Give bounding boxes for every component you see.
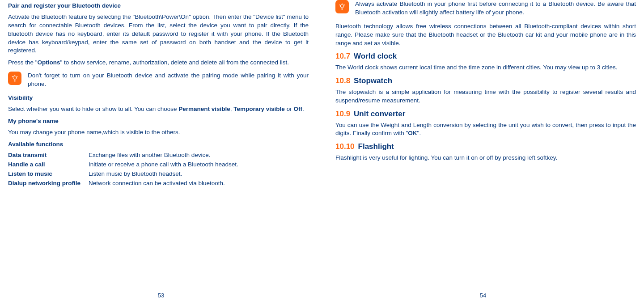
list-item: Handle a call Initiate or receive a phon… bbox=[8, 161, 309, 169]
page-left: Pair and register your Bluetooth device … bbox=[0, 0, 322, 305]
function-desc: Network connection can be activated via … bbox=[89, 179, 309, 188]
section-title: Unit converter bbox=[354, 110, 405, 118]
paragraph: You may change your phone name,which is … bbox=[8, 128, 309, 137]
function-desc: Exchange files with another Bluetooth de… bbox=[89, 151, 309, 160]
note-text: Always activate Bluetooth in your phone … bbox=[355, 0, 636, 17]
note-callout: Always activate Bluetooth in your phone … bbox=[335, 0, 636, 17]
paragraph: The stopwatch is a simple application fo… bbox=[335, 88, 636, 105]
function-label: Handle a call bbox=[8, 161, 89, 169]
text: Temporary visible bbox=[233, 106, 285, 112]
list-item: Dialup networking profile Network connec… bbox=[8, 179, 309, 188]
section-heading-stopwatch: 10.8Stopwatch bbox=[335, 76, 636, 86]
text: Off bbox=[293, 106, 302, 112]
options-label: Options bbox=[38, 59, 60, 66]
function-desc: Listen music by Bluetooth headset. bbox=[89, 170, 309, 178]
tip-icon bbox=[335, 0, 349, 13]
text: . bbox=[302, 106, 304, 112]
section-title: Stopwatch bbox=[354, 76, 392, 85]
function-label: Data transmit bbox=[8, 151, 89, 160]
tip-icon bbox=[8, 72, 21, 85]
page-number: 53 bbox=[0, 292, 322, 300]
section-title: Flashlight bbox=[358, 142, 394, 151]
text: " to show service, rename, authorization… bbox=[60, 59, 289, 66]
note-callout: Don't forget to turn on your Bluetooth d… bbox=[8, 72, 309, 89]
section-number: 10.8 bbox=[335, 76, 350, 85]
list-item: Listen to music Listen music by Bluetoot… bbox=[8, 170, 309, 178]
heading-available-functions: Available functions bbox=[8, 140, 309, 149]
section-heading-flashlight: 10.10Flashlight bbox=[335, 141, 636, 152]
section-heading-world-clock: 10.7World clock bbox=[335, 51, 636, 62]
page-number: 54 bbox=[322, 292, 644, 300]
paragraph: Flashlight is very useful for lighting. … bbox=[335, 154, 636, 162]
text: ". bbox=[417, 130, 421, 136]
heading-phone-name: My phone's name bbox=[8, 117, 309, 126]
svg-point-0 bbox=[13, 76, 17, 80]
paragraph: Activate the Bluetooth feature by select… bbox=[8, 13, 309, 55]
functions-list: Data transmit Exchange files with anothe… bbox=[8, 151, 309, 188]
text: You can use the Weight and Length conver… bbox=[335, 122, 636, 137]
text: or bbox=[285, 106, 294, 112]
page-right: Always activate Bluetooth in your phone … bbox=[322, 0, 644, 305]
section-number: 10.9 bbox=[335, 110, 350, 118]
function-label: Dialup networking profile bbox=[8, 179, 89, 188]
list-item: Data transmit Exchange files with anothe… bbox=[8, 151, 309, 160]
function-desc: Initiate or receive a phone call with a … bbox=[89, 161, 309, 169]
paragraph: The World clock shows current local time… bbox=[335, 64, 636, 72]
text: OK bbox=[408, 130, 417, 136]
function-label: Listen to music bbox=[8, 170, 89, 178]
section-title: World clock bbox=[354, 52, 397, 60]
paragraph: Select whether you want to hide or show … bbox=[8, 105, 309, 114]
paragraph: You can use the Weight and Length conver… bbox=[335, 121, 636, 138]
paragraph: Bluetooth technology allows free wireles… bbox=[335, 22, 636, 48]
heading-pair-register: Pair and register your Bluetooth device bbox=[8, 2, 309, 10]
section-number: 10.7 bbox=[335, 52, 350, 60]
note-text: Don't forget to turn on your Bluetooth d… bbox=[28, 72, 309, 89]
text: Press the " bbox=[8, 59, 38, 66]
paragraph: Press the "Options" to show service, ren… bbox=[8, 59, 309, 67]
svg-point-1 bbox=[340, 4, 344, 8]
section-number: 10.10 bbox=[335, 142, 355, 151]
heading-visibility: Visibility bbox=[8, 94, 309, 102]
section-heading-unit-converter: 10.9Unit converter bbox=[335, 109, 636, 119]
text: Permanent visible bbox=[178, 106, 230, 112]
text: Select whether you want to hide or show … bbox=[8, 106, 178, 112]
